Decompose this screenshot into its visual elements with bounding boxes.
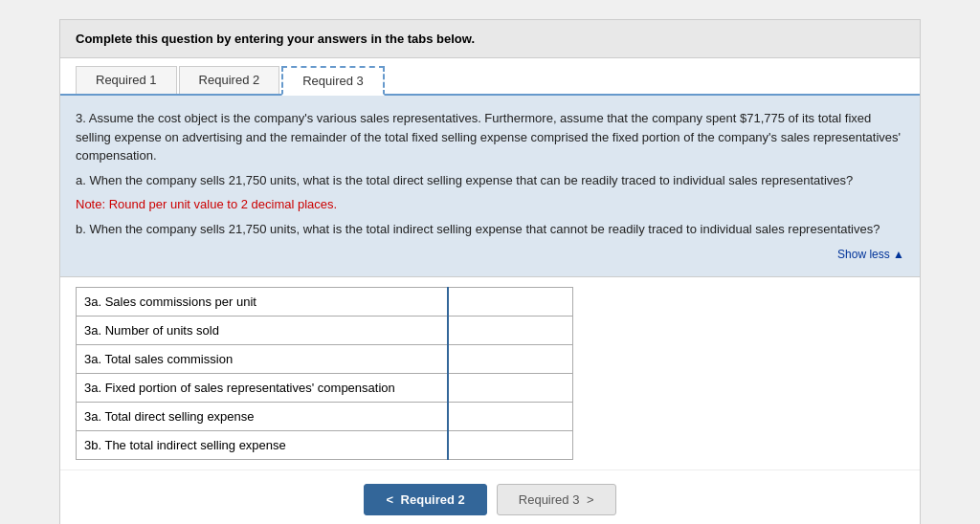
row-input-2[interactable] [457,350,564,368]
tabs-row: Required 1 Required 2 Required 3 [60,58,920,96]
chevron-left-icon: < [386,492,393,507]
prev-button[interactable]: < Required 2 [364,484,486,515]
table-row: 3a. Fixed portion of sales representativ… [77,374,573,403]
row-label-3: 3a. Fixed portion of sales representativ… [77,374,449,403]
content-paragraph2a: a. When the company sells 21,750 units, … [76,171,904,190]
tab-required-3[interactable]: Required 3 [281,66,385,96]
row-label-1: 3a. Number of units sold [77,317,449,345]
row-input-1[interactable] [457,321,564,339]
tab-required-2[interactable]: Required 2 [179,66,280,94]
show-less-button[interactable]: Show less [76,246,904,263]
header-bar: Complete this question by entering your … [60,20,920,58]
row-input-cell-1 [448,317,572,345]
table-row: 3a. Total sales commission [77,345,573,374]
row-input-cell-2 [448,345,572,374]
next-button-label: Required 3 [519,492,580,507]
row-label-5: 3b. The total indirect selling expense [77,431,449,460]
table-row: 3a. Sales commissions per unit [77,288,573,317]
header-instruction: Complete this question by entering your … [76,32,475,46]
row-label-4: 3a. Total direct selling expense [77,403,449,431]
data-table: 3a. Sales commissions per unit3a. Number… [76,287,573,460]
content-area: 3. Assume the cost object is the company… [60,96,920,277]
row-input-cell-3 [448,374,572,403]
chevron-right-icon: > [587,492,594,507]
main-container: Complete this question by entering your … [59,19,921,524]
table-section: 3a. Sales commissions per unit3a. Number… [60,277,920,469]
content-paragraph2b: b. When the company sells 21,750 units, … [76,220,904,239]
footer-nav: < Required 2 Required 3 > [60,469,920,524]
next-button[interactable]: Required 3 > [497,484,616,515]
row-input-0[interactable] [457,293,564,311]
row-input-cell-0 [448,288,572,317]
row-input-4[interactable] [457,407,564,426]
row-input-cell-4 [448,403,572,431]
content-paragraph1: 3. Assume the cost object is the company… [76,109,904,165]
row-label-0: 3a. Sales commissions per unit [77,288,449,317]
row-input-cell-5 [448,431,572,460]
table-row: 3a. Number of units sold [77,317,573,345]
content-note: Note: Round per unit value to 2 decimal … [76,195,904,214]
prev-button-label: Required 2 [401,492,465,507]
table-row: 3a. Total direct selling expense [77,403,573,431]
tab-required-1[interactable]: Required 1 [76,66,177,94]
row-input-5[interactable] [457,436,564,454]
row-label-2: 3a. Total sales commission [77,345,449,374]
row-input-3[interactable] [457,379,564,397]
table-row: 3b. The total indirect selling expense [77,431,573,460]
